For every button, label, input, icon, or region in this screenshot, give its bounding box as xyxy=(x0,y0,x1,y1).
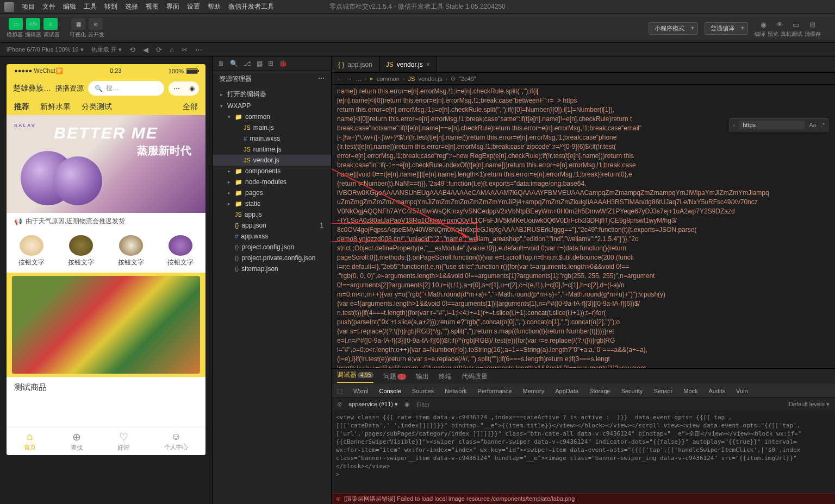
cut-icon[interactable]: ✂ xyxy=(182,46,188,54)
back-icon[interactable]: ◀ xyxy=(143,46,148,54)
preview-icon[interactable]: 👁 xyxy=(774,18,786,30)
tab-vendor-js[interactable]: JSvendor.js× xyxy=(379,56,437,72)
devtab-sources[interactable]: Sources xyxy=(412,388,434,394)
menu-file[interactable]: 文件 xyxy=(42,2,55,11)
tree-node[interactable]: ▸📁static xyxy=(213,198,331,209)
grid-item[interactable]: 按钮文字 xyxy=(68,235,94,267)
devtab-wxml[interactable]: Wxml xyxy=(353,388,369,394)
bug-icon[interactable]: 🐞 xyxy=(279,60,287,67)
git-icon[interactable]: ⎇ xyxy=(244,60,251,67)
menu-view[interactable]: 视图 xyxy=(146,2,159,11)
tab-debugger[interactable]: 调试器4,95 xyxy=(337,370,373,383)
more-icon[interactable]: ⋯ xyxy=(195,46,202,54)
clear-icon[interactable]: ⊘ xyxy=(337,401,342,408)
refresh-icon[interactable]: ⟳ xyxy=(156,46,162,54)
devtab-vuln[interactable]: Vuln xyxy=(736,388,748,394)
open-editors-section[interactable]: ▸打开的编辑器 xyxy=(213,88,331,100)
tree-node[interactable]: ▸📁pages xyxy=(213,187,331,198)
inspect-icon[interactable]: ⬚ xyxy=(337,387,342,394)
filter-input[interactable] xyxy=(416,401,782,408)
devtab-appdata[interactable]: AppData xyxy=(555,388,578,394)
hotreload-select[interactable]: 热重载 开 xyxy=(91,46,122,54)
mode-select[interactable]: 小程序模式 xyxy=(649,22,698,35)
nav-fwd-icon[interactable]: → xyxy=(346,75,352,82)
tree-node[interactable]: {}project.private.config.json xyxy=(213,253,331,263)
menu-ui[interactable]: 界面 xyxy=(166,2,179,11)
devtab-network[interactable]: Network xyxy=(445,388,466,394)
tree-node[interactable]: ▸📁node-modules xyxy=(213,177,331,187)
promo-image[interactable] xyxy=(12,276,200,374)
debugger-button[interactable]: ≡ xyxy=(43,18,58,30)
tree-node[interactable]: ▾📁common xyxy=(213,111,331,122)
tabbar-home[interactable]: ⌂首页 xyxy=(24,431,36,452)
devtab-sensor[interactable]: Sensor xyxy=(653,388,672,394)
close-icon[interactable]: × xyxy=(426,61,430,68)
grid-item[interactable]: 按钮文字 xyxy=(167,235,194,267)
devtab-audits[interactable]: Audits xyxy=(709,388,726,394)
tree-node[interactable]: JSapp.js xyxy=(213,209,331,220)
devtab-mock[interactable]: Mock xyxy=(683,388,697,394)
menu-settings[interactable]: 设置 xyxy=(187,2,200,11)
nav-back-icon[interactable]: ← xyxy=(337,75,343,82)
search-icon[interactable]: 🔍 xyxy=(230,60,238,67)
tab-terminal[interactable]: 终端 xyxy=(439,372,452,381)
tree-node[interactable]: JSvendor.js xyxy=(213,155,331,166)
tab-app-json[interactable]: { }app.json xyxy=(332,56,379,72)
ext-icon[interactable]: ▦ xyxy=(257,60,263,67)
tree-node[interactable]: {}project.config.json xyxy=(213,242,331,253)
console-output[interactable]: <view class= {{[ cate-item data-v-c94361… xyxy=(332,411,835,493)
tab-all[interactable]: 全部 xyxy=(183,102,198,112)
tab-category[interactable]: 分类测试 xyxy=(82,102,112,112)
tree-node[interactable]: ▸📁components xyxy=(213,166,331,177)
devtab-memory[interactable]: Memory xyxy=(523,388,545,394)
menu-select[interactable]: 选择 xyxy=(125,2,138,11)
compile-select[interactable]: 普通编译 xyxy=(705,22,748,35)
devtab-storage[interactable]: Storage xyxy=(589,388,610,394)
tabbar-find[interactable]: ⊕查找 xyxy=(71,431,83,452)
regex-icon[interactable]: .* xyxy=(821,122,825,128)
device-select[interactable]: iPhone 6/7/8 Plus 100% 16 xyxy=(7,46,84,53)
capsule-button[interactable]: ⋯◉ xyxy=(169,81,199,96)
clear-cache-icon[interactable]: ⊟ xyxy=(806,18,818,30)
cloud-button[interactable]: ∞ xyxy=(89,18,103,30)
banner-image[interactable]: SALAV BETTER ME 蒸服新时代 xyxy=(7,115,205,213)
simulator-button[interactable]: ▭ xyxy=(9,18,23,30)
search-input[interactable]: 🔍搜… xyxy=(88,81,164,96)
menu-help[interactable]: 帮助 xyxy=(208,2,221,11)
tabbar-profile[interactable]: ☺个人中心 xyxy=(164,431,188,452)
action-label[interactable]: 播播资源 xyxy=(55,84,84,93)
menu-goto[interactable]: 转到 xyxy=(104,2,117,11)
grid-item[interactable]: 按钮文字 xyxy=(18,235,45,267)
compile-icon[interactable]: ◉ xyxy=(757,18,769,30)
tabbar-like[interactable]: ♡好评 xyxy=(117,431,129,452)
visual-button[interactable]: ▦ xyxy=(71,18,85,30)
city-label[interactable]: 楚雄彝族… xyxy=(13,84,51,93)
grid-item[interactable]: 按钮文字 xyxy=(118,235,144,267)
editor-button[interactable]: </> xyxy=(26,18,40,30)
tree-node[interactable]: JSruntime.js xyxy=(213,144,331,155)
tab-problems[interactable]: 问题1 xyxy=(383,372,406,381)
tree-node[interactable]: JSmain.js xyxy=(213,122,331,133)
tree-node[interactable]: {}sitemap.json xyxy=(213,263,331,274)
tab-fruit[interactable]: 新鲜水果 xyxy=(40,102,71,112)
devtab-performance[interactable]: Performance xyxy=(478,388,512,394)
tab-recommend[interactable]: 推荐 xyxy=(14,102,29,112)
match-case-icon[interactable]: Aa xyxy=(809,122,816,128)
tab-quality[interactable]: 代码质量 xyxy=(462,372,488,381)
tab-output[interactable]: 输出 xyxy=(416,372,429,381)
menu-edit[interactable]: 编辑 xyxy=(63,2,76,11)
remote-debug-icon[interactable]: ▭ xyxy=(790,18,802,30)
root-folder[interactable]: ▾WXAPP xyxy=(213,100,331,111)
levels-select[interactable]: Default levels ▾ xyxy=(789,401,830,408)
devtab-console[interactable]: Console xyxy=(379,388,401,394)
menu-project[interactable]: 项目 xyxy=(22,2,35,11)
menu-devtools[interactable]: 微信开发者工具 xyxy=(228,2,274,11)
files-icon[interactable]: 🗎 xyxy=(218,60,225,67)
rotate-icon[interactable]: ⟲ xyxy=(129,46,135,54)
tree-node[interactable]: #main.wxss xyxy=(213,133,331,144)
devtab-security[interactable]: Security xyxy=(621,388,643,394)
more-icon[interactable]: ⊞ xyxy=(268,60,273,67)
menu-tools[interactable]: 工具 xyxy=(84,2,97,11)
find-input[interactable] xyxy=(739,121,805,129)
home-icon[interactable]: ⌂ xyxy=(170,46,174,54)
